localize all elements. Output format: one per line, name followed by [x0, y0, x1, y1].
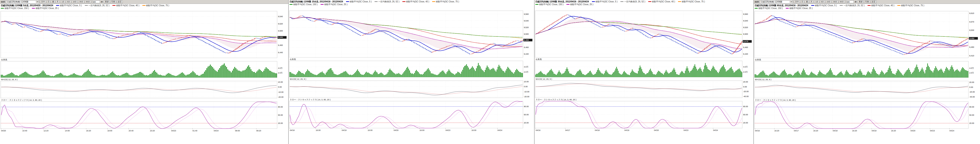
svg-text:MACD( 12, 26, 9 ): MACD( 12, 26, 9 ): [1, 78, 18, 81]
macd-lines: [290, 85, 522, 95]
svg-text:スロー・ストキャスティクス( 14, 3, 80, 20 ): スロー・ストキャスティクス( 14, 3, 80, 20 ): [1, 99, 42, 101]
svg-text:04/24: 04/24: [498, 129, 503, 131]
indicator-label: 移動平均(SC Close, 75 ): [142, 4, 169, 7]
symbol-select[interactable]: 日経225(先物) 12/06限 ▼: [6, 0, 39, 4]
indicator-label: 移動平均(SC Close, 25 ): [321, 3, 347, 6]
svg-text:20.00: 20.00: [743, 122, 748, 124]
indicator-label: 移動平均(SC Close, 5 ): [592, 0, 618, 3]
toolbar-button[interactable]: 日中: [794, 0, 800, 3]
svg-text:80.00: 80.00: [969, 106, 974, 108]
svg-text:MACD( 12, 26, 9 ): MACD( 12, 26, 9 ): [755, 78, 772, 81]
toolbar-button[interactable]: 5分: [820, 0, 825, 3]
toolbar-button[interactable]: 設定: [117, 0, 123, 3]
chevron-down-icon: ▼: [36, 1, 39, 3]
indicator-label: 移動平均(SC Close, 150 ): [290, 3, 318, 6]
volume-bars: [535, 63, 742, 77]
bars-count-input[interactable]: [846, 0, 854, 3]
toolbar-button[interactable]: 1分: [60, 0, 65, 3]
svg-text:9,440: 9,440: [524, 53, 529, 55]
svg-text:09:20: 09:20: [256, 130, 261, 132]
chart-header: 日経225(先物) 12/06限 60分足, 2012/04/16 - 2012…: [754, 4, 980, 10]
svg-text:16:00: 16:00: [472, 129, 477, 131]
time-axis: 04/1616:2004/1716:2004/1816:2004/1916:20…: [755, 129, 954, 132]
svg-text:9,520: 9,520: [278, 23, 283, 25]
chart-panel-3: 日経225(先物) 12/06限 30分足, 2012/04/16 - 2012…: [535, 0, 754, 144]
toolbar-button[interactable]: 日: [46, 0, 51, 3]
toolbar-button[interactable]: 30分: [832, 0, 838, 3]
toolbar-button[interactable]: 日中: [40, 0, 46, 3]
bars-count-input[interactable]: [92, 0, 100, 3]
svg-text:9,520: 9,520: [524, 26, 529, 29]
toolbar-button[interactable]: 月: [809, 0, 813, 3]
toolbar-button[interactable]: 日: [800, 0, 804, 3]
toolbar-button[interactable]: 更新: [104, 0, 110, 3]
svg-text:04/16: 04/16: [536, 129, 541, 131]
indicator-label: 移動平均(SC Close, 40 ): [867, 4, 894, 7]
svg-text:23:20: 23:20: [150, 130, 155, 132]
svg-text:16:00: 16:00: [420, 129, 425, 131]
symbol-select[interactable]: 日経225(先物) 12/06限 ▼: [760, 0, 793, 4]
toolbar-button[interactable]: 30分: [78, 0, 84, 3]
svg-text:16:20: 16:20: [891, 130, 896, 132]
toolbar-button[interactable]: 1分: [814, 0, 819, 3]
chart-canvas: 04/1816:0004/1916:0004/2016:0004/2316:00…: [289, 6, 534, 144]
ichimoku-cloud: [536, 17, 742, 50]
toolbar-button[interactable]: 印刷: [864, 0, 870, 3]
bars-unit-label: 本: [855, 0, 857, 3]
indicator-label: 移動平均(SC Close, 150 ): [1, 7, 29, 10]
symbol-select-value: 日経225(先物) 12/06限: [7, 0, 29, 3]
toolbar-button[interactable]: 月: [56, 0, 59, 3]
svg-text:スロー・ストキャスティクス( 14, 3, 80, 20 ): スロー・ストキャスティクス( 14, 3, 80, 20 ): [290, 98, 331, 101]
price-axis: 9,5609,5409,5209,5009,4809,4609,4404.0万2…: [524, 13, 530, 124]
section-labels: 出来高MACD( 12, 26, 9 )スロー・ストキャスティクス( 14, 3…: [755, 59, 795, 101]
indicator-label: 移動平均(SC Close, 75 ): [432, 0, 459, 3]
toolbar-button[interactable]: 5分: [66, 0, 71, 3]
svg-text:0.00: 0.00: [969, 86, 973, 88]
symbol-label: 銘柄: [755, 0, 759, 3]
toolbar-button[interactable]: 10分: [826, 0, 832, 3]
toolbar-button[interactable]: 60分: [838, 0, 845, 3]
chart-canvas: 04/1604/1704/1804/1904/2004/2304/249,560…: [535, 6, 753, 144]
svg-text:-20.00: -20.00: [524, 96, 530, 98]
svg-text:スロー・ストキャスティクス( 14, 3, 80, 20 ): スロー・ストキャスティクス( 14, 3, 80, 20 ): [536, 98, 576, 101]
svg-text:04/17: 04/17: [794, 130, 799, 132]
toolbar-button[interactable]: 60分: [85, 0, 91, 3]
svg-text:0.00: 0.00: [743, 86, 747, 88]
svg-text:16:20: 16:20: [86, 130, 91, 132]
svg-text:9,610: 9,610: [969, 12, 974, 14]
volume-bars: [290, 63, 523, 77]
svg-text:9,540: 9,540: [278, 15, 283, 18]
svg-text:9,460: 9,460: [278, 44, 283, 46]
svg-text:9,530: 9,530: [969, 29, 974, 31]
indicator-label: 移動平均(SC Close, 25 ): [32, 7, 59, 10]
price-axis: 9,5409,5209,5009,4809,4609,4404.0万2.0万10…: [278, 15, 283, 124]
chart-header: 日経225(先物) 12/06限 15分足, 2012/04/18 - 2012…: [289, 0, 534, 6]
chart-panel-2: 日経225(先物) 12/06限 15分足, 2012/04/18 - 2012…: [289, 0, 535, 144]
svg-text:04/23: 04/23: [171, 130, 176, 132]
indicator-label: 一目均衡表(9, 26, 52 ): [375, 0, 399, 3]
svg-text:-20.00: -20.00: [969, 91, 975, 93]
bars-unit-label: 本: [101, 0, 103, 3]
svg-text:10.00: 10.00: [524, 81, 529, 83]
toolbar-button[interactable]: 印刷: [110, 0, 116, 3]
toolbar-button[interactable]: 10分: [72, 0, 78, 3]
svg-text:9,482: 9,482: [524, 39, 529, 41]
toolbar-button[interactable]: 週: [51, 0, 55, 3]
svg-text:16:20: 16:20: [852, 130, 857, 132]
toolbar-button[interactable]: 設定: [870, 0, 877, 3]
chart-header: 日経225(先物) 12/06限 5分足, 2012/04/20 - 2012/…: [0, 4, 288, 10]
indicator-color-chip: [32, 8, 35, 8]
toolbar-button[interactable]: 週: [805, 0, 809, 3]
last-price-badge: 9,478: [743, 40, 752, 43]
indicator-label: 一目均衡表(9, 26, 52 ): [620, 0, 645, 3]
indicator-row-2: 移動平均(SC Close, 150 )移動平均(SC Close, 25 ): [755, 7, 813, 10]
interval-button-group: 1分5分10分30分60分: [814, 0, 845, 3]
chart-title: 日経225(先物) 12/06限 5分足, 2012/04/20 - 2012/…: [1, 4, 53, 7]
svg-text:50.00: 50.00: [524, 114, 529, 116]
svg-text:出来高: 出来高: [290, 58, 296, 61]
svg-text:出来高: 出来高: [755, 59, 761, 61]
toolbar-button[interactable]: 更新: [858, 0, 864, 3]
svg-text:9,540: 9,540: [524, 20, 529, 22]
svg-text:80.00: 80.00: [743, 106, 748, 107]
macd-lines: [755, 85, 968, 93]
